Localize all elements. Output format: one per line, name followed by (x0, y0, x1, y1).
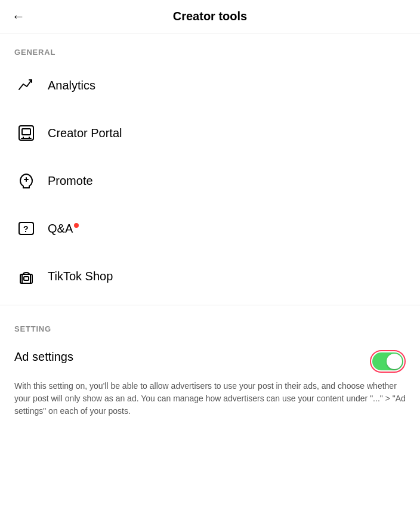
ad-settings-toggle-wrapper (370, 350, 406, 373)
ad-settings-row: Ad settings (14, 338, 406, 380)
promote-label: Promote (48, 174, 93, 188)
tiktok-shop-label: TikTok Shop (48, 270, 113, 283)
shop-icon (14, 264, 38, 288)
header: ← Creator tools (0, 0, 420, 33)
svg-rect-1 (22, 129, 30, 135)
ad-settings-section: Ad settings With this setting on, you'll… (0, 338, 420, 429)
qna-badge-dot (74, 223, 79, 228)
section-divider (0, 305, 420, 305)
analytics-label: Analytics (48, 79, 95, 92)
general-section-label: GENERAL (0, 33, 420, 61)
qna-icon: ? (14, 216, 38, 240)
ad-settings-description: With this setting on, you'll be able to … (14, 380, 406, 429)
svg-rect-10 (24, 277, 29, 280)
menu-item-tiktok-shop[interactable]: TikTok Shop (0, 252, 420, 300)
back-button[interactable]: ← (12, 9, 25, 24)
toggle-knob (387, 354, 402, 369)
creator-portal-label: Creator Portal (48, 126, 122, 140)
menu-item-qna[interactable]: ? Q&A (0, 205, 420, 252)
svg-text:?: ? (23, 224, 29, 234)
analytics-icon (14, 73, 38, 97)
setting-section-label: SETTING (0, 310, 420, 338)
ad-settings-toggle[interactable] (372, 352, 403, 370)
back-arrow-icon: ← (12, 9, 25, 24)
menu-item-promote[interactable]: Promote (0, 157, 420, 205)
ad-settings-label: Ad settings (14, 350, 73, 364)
page-title: Creator tools (173, 10, 247, 23)
promote-icon (14, 169, 38, 193)
menu-item-analytics[interactable]: Analytics (0, 61, 420, 109)
menu-item-creator-portal[interactable]: Creator Portal (0, 109, 420, 157)
qna-label: Q&A (48, 222, 79, 236)
creator-portal-icon (14, 121, 38, 145)
